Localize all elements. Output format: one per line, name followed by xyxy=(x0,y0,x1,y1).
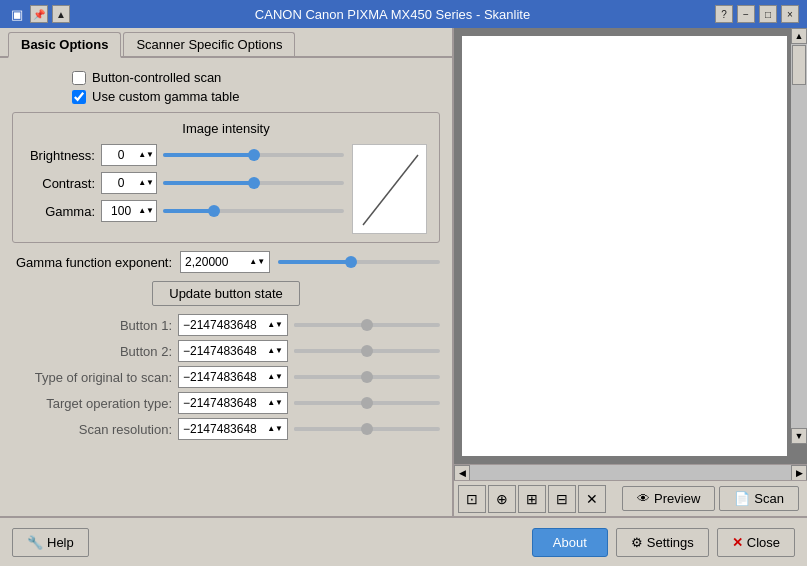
button2-slider[interactable] xyxy=(294,349,440,353)
preview-button[interactable]: 👁 Preview xyxy=(622,486,715,511)
button2-label: Button 2: xyxy=(12,344,172,359)
target-operation-slider[interactable] xyxy=(294,401,440,405)
gamma-exp-thumb[interactable] xyxy=(345,256,357,268)
brightness-arrows[interactable]: ▲▼ xyxy=(138,151,154,159)
target-operation-value: −2147483648 xyxy=(183,396,257,410)
help-button[interactable]: 🔧 Help xyxy=(12,528,89,557)
close-button[interactable]: × xyxy=(781,5,799,23)
gamma-fill xyxy=(163,209,214,213)
type-original-thumb[interactable] xyxy=(361,371,373,383)
gamma-slider[interactable] xyxy=(163,209,344,213)
zoom-in-button[interactable]: ⊕ xyxy=(488,485,516,513)
scroll-left-button[interactable]: ◀ xyxy=(454,465,470,481)
scroll-down-button[interactable]: ▼ xyxy=(791,428,807,444)
button2-fill xyxy=(294,349,367,353)
settings-label: Settings xyxy=(647,535,694,550)
contrast-spinbox[interactable]: 0 ▲▼ xyxy=(101,172,157,194)
scan-resolution-label: Scan resolution: xyxy=(12,422,172,437)
button-scan-label: Button-controlled scan xyxy=(92,70,221,85)
button2-spinbox[interactable]: −2147483648 ▲▼ xyxy=(178,340,288,362)
window-title: CANON Canon PIXMA MX450 Series - Skanlit… xyxy=(70,7,715,22)
pin-button[interactable]: 📌 xyxy=(30,5,48,23)
button2-thumb[interactable] xyxy=(361,345,373,357)
scan-resolution-spinbox[interactable]: −2147483648 ▲▼ xyxy=(178,418,288,440)
button1-slider[interactable] xyxy=(294,323,440,327)
scan-resolution-arrows[interactable]: ▲▼ xyxy=(267,425,283,433)
gamma-exp-spinbox[interactable]: 2,20000 ▲▼ xyxy=(180,251,270,273)
button-scan-checkbox[interactable] xyxy=(72,71,86,85)
target-operation-label: Target operation type: xyxy=(12,396,172,411)
fit-page-button[interactable]: ⊡ xyxy=(458,485,486,513)
clear-button[interactable]: ✕ xyxy=(578,485,606,513)
intensity-inner: Brightness: 0 ▲▼ Cont xyxy=(25,144,427,234)
tab-basic-options[interactable]: Basic Options xyxy=(8,32,121,58)
contrast-arrows[interactable]: ▲▼ xyxy=(138,179,154,187)
scroll-track[interactable] xyxy=(791,44,807,428)
brightness-thumb[interactable] xyxy=(248,149,260,161)
gamma-exp-arrows[interactable]: ▲▼ xyxy=(249,258,265,266)
brightness-row: Brightness: 0 ▲▼ xyxy=(25,144,344,166)
scan-label: Scan xyxy=(754,491,784,506)
scroll-right-button[interactable]: ▶ xyxy=(791,465,807,481)
brightness-slider[interactable] xyxy=(163,153,344,157)
image-intensity-box: Image intensity Brightness: 0 ▲▼ xyxy=(12,112,440,243)
update-button[interactable]: Update button state xyxy=(152,281,299,306)
gamma-exp-slider[interactable] xyxy=(278,260,440,264)
button2-arrows[interactable]: ▲▼ xyxy=(267,347,283,355)
gamma-arrows[interactable]: ▲▼ xyxy=(138,207,154,215)
button1-arrows[interactable]: ▲▼ xyxy=(267,321,283,329)
right-panel: ▲ ▼ ◀ ▶ ⊡ ⊕ ⊞ ⊟ ✕ 👁 Previe xyxy=(452,28,807,516)
gamma-row: Gamma: 100 ▲▼ xyxy=(25,200,344,222)
scan-resolution-thumb[interactable] xyxy=(361,423,373,435)
about-button[interactable]: About xyxy=(532,528,608,557)
contrast-row: Contrast: 0 ▲▼ xyxy=(25,172,344,194)
type-original-slider[interactable] xyxy=(294,375,440,379)
settings-button[interactable]: ⚙ Settings xyxy=(616,528,709,557)
settings-icon: ⚙ xyxy=(631,535,643,550)
target-operation-arrows[interactable]: ▲▼ xyxy=(267,399,283,407)
scan-resolution-slider[interactable] xyxy=(294,427,440,431)
scan-icon: 📄 xyxy=(734,491,750,506)
contrast-thumb[interactable] xyxy=(248,177,260,189)
button-scan-row: Button-controlled scan xyxy=(12,70,440,85)
scroll-up-button[interactable]: ▲ xyxy=(791,28,807,44)
tab-scanner-specific[interactable]: Scanner Specific Options xyxy=(123,32,295,56)
horizontal-scrollbar[interactable]: ◀ ▶ xyxy=(454,464,807,480)
bottom-left: 🔧 Help xyxy=(12,528,89,557)
zoom-out-button[interactable]: ⊟ xyxy=(548,485,576,513)
scroll-thumb[interactable] xyxy=(792,45,806,85)
custom-gamma-checkbox[interactable] xyxy=(72,90,86,104)
type-original-spinbox[interactable]: −2147483648 ▲▼ xyxy=(178,366,288,388)
close-button[interactable]: ✕ Close xyxy=(717,528,795,557)
help-icon: 🔧 xyxy=(27,535,43,550)
app-icon: ▣ xyxy=(8,5,26,23)
maximize-button[interactable]: □ xyxy=(759,5,777,23)
target-operation-spinbox[interactable]: −2147483648 ▲▼ xyxy=(178,392,288,414)
vertical-scrollbar[interactable]: ▲ ▼ xyxy=(791,28,807,444)
keep-above-button[interactable]: ▲ xyxy=(52,5,70,23)
brightness-spinbox[interactable]: 0 ▲▼ xyxy=(101,144,157,166)
contrast-label: Contrast: xyxy=(25,176,95,191)
main-content: Basic Options Scanner Specific Options B… xyxy=(0,28,807,516)
preview-canvas xyxy=(462,36,787,456)
target-operation-thumb[interactable] xyxy=(361,397,373,409)
tab-bar: Basic Options Scanner Specific Options xyxy=(0,28,452,58)
gamma-spinbox[interactable]: 100 ▲▼ xyxy=(101,200,157,222)
type-original-label: Type of original to scan: xyxy=(12,370,172,385)
type-original-arrows[interactable]: ▲▼ xyxy=(267,373,283,381)
brightness-label: Brightness: xyxy=(25,148,95,163)
gamma-chart xyxy=(352,144,427,234)
zoom-fit-button[interactable]: ⊞ xyxy=(518,485,546,513)
bottom-bar: 🔧 Help About ⚙ Settings ✕ Close xyxy=(0,516,807,566)
hscroll-track[interactable] xyxy=(470,465,791,481)
contrast-slider[interactable] xyxy=(163,181,344,185)
button1-spinbox[interactable]: −2147483648 ▲▼ xyxy=(178,314,288,336)
scan-resolution-value: −2147483648 xyxy=(183,422,257,436)
type-original-row: Type of original to scan: −2147483648 ▲▼ xyxy=(12,366,440,388)
help-button[interactable]: ? xyxy=(715,5,733,23)
button1-thumb[interactable] xyxy=(361,319,373,331)
minimize-button[interactable]: − xyxy=(737,5,755,23)
gamma-thumb[interactable] xyxy=(208,205,220,217)
scan-button[interactable]: 📄 Scan xyxy=(719,486,799,511)
preview-label: Preview xyxy=(654,491,700,506)
